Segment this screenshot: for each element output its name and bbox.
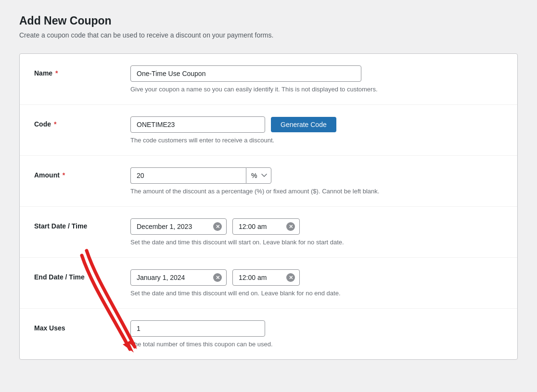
end-date-input[interactable] [130,269,227,286]
amount-label: Amount * [34,167,130,179]
start-date-field: ✕ ✕ Set the date and time this discount … [130,218,503,246]
end-time-wrap: ✕ [232,269,300,286]
clear-icon: ✕ [286,273,295,282]
start-time-clear-button[interactable]: ✕ [286,222,295,231]
name-input[interactable] [130,65,361,82]
name-label: Name * [34,65,130,77]
end-time-clear-button[interactable]: ✕ [286,273,295,282]
end-date-time-row: ✕ ✕ [130,269,503,286]
required-indicator: * [53,69,58,77]
start-date-row: Start Date / Time ✕ ✕ [20,207,517,258]
start-date-label: Start Date / Time [34,218,130,230]
generate-code-button[interactable]: Generate Code [271,117,336,132]
required-indicator: * [61,171,65,179]
coupon-form: Name * Give your coupon a name so you ca… [19,53,518,360]
end-date-clear-button[interactable]: ✕ [213,273,222,282]
name-hint: Give your coupon a name so you can easil… [130,86,467,93]
page-title: Add New Coupon [19,14,518,27]
code-field: Generate Code The code customers will en… [130,116,503,144]
start-date-hint: Set the date and time this discount will… [130,239,467,246]
clear-icon: ✕ [213,273,222,282]
start-time-wrap: ✕ [232,218,300,235]
amount-hint: The amount of the discount as a percenta… [130,188,467,195]
code-input[interactable] [130,116,265,133]
end-date-hint: Set the date and time this discount will… [130,290,467,297]
max-uses-row: Max Uses The total number of times this … [20,309,517,359]
start-date-time-row: ✕ ✕ [130,218,503,235]
start-date-wrap: ✕ [130,218,227,235]
start-date-clear-button[interactable]: ✕ [213,222,222,231]
end-date-field: ✕ ✕ Set the date and time this discount … [130,269,503,297]
amount-input[interactable] [130,167,246,184]
amount-unit-select[interactable]: % $ [246,167,271,184]
max-uses-label: Max Uses [34,320,130,332]
max-uses-hint: The total number of times this coupon ca… [130,341,467,348]
clear-icon: ✕ [213,222,222,231]
page-subtitle: Create a coupon code that can be used to… [19,31,518,39]
start-date-input[interactable] [130,218,227,235]
required-indicator: * [52,120,56,128]
max-uses-field: The total number of times this coupon ca… [130,320,503,348]
code-input-row: Generate Code [130,116,503,133]
max-uses-input[interactable] [130,320,265,337]
end-date-label: End Date / Time [34,269,130,281]
code-label: Code * [34,116,130,128]
code-row: Code * Generate Code The code customers … [20,105,517,156]
amount-input-row: % $ [130,167,503,184]
end-date-wrap: ✕ [130,269,227,286]
end-date-row: End Date / Time ✕ ✕ [20,258,517,309]
clear-icon: ✕ [286,222,295,231]
name-row: Name * Give your coupon a name so you ca… [20,54,517,105]
name-field: Give your coupon a name so you can easil… [130,65,503,93]
amount-field: % $ The amount of the discount as a perc… [130,167,503,195]
code-hint: The code customers will enter to receive… [130,137,467,144]
amount-row: Amount * % $ The amount of the discount … [20,156,517,207]
